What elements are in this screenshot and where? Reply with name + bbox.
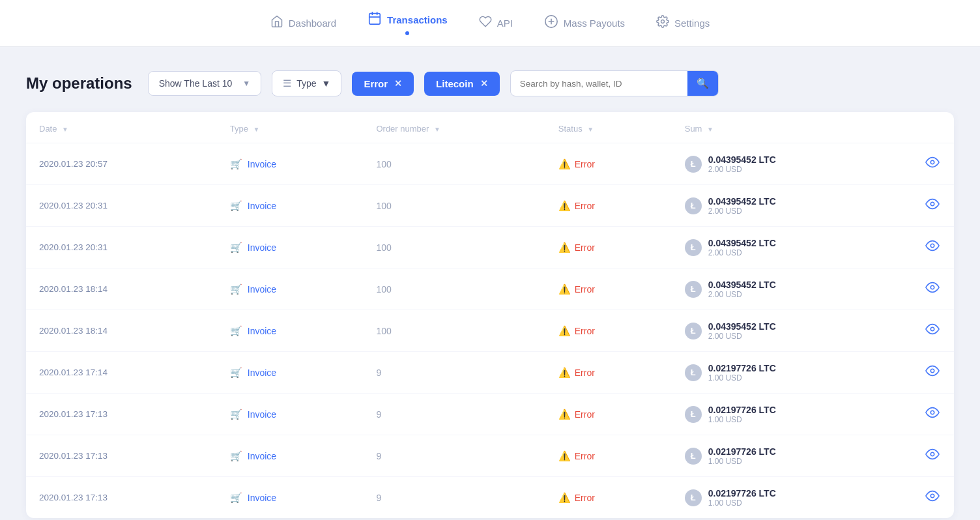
table-row: 2020.01.23 17:14 🛒 Invoice 9 ⚠️ Error Ł … bbox=[26, 352, 954, 394]
litecoin-filter-tag[interactable]: Litecoin ✕ bbox=[424, 72, 500, 96]
nav-label-api: API bbox=[497, 18, 513, 29]
col-header-date[interactable]: Date ▼ bbox=[26, 112, 217, 143]
col-header-order[interactable]: Order number ▼ bbox=[363, 112, 545, 143]
nav-label-settings: Settings bbox=[674, 18, 710, 29]
view-details-button[interactable] bbox=[921, 446, 944, 466]
ltc-coin-icon: Ł bbox=[685, 239, 702, 256]
cell-date: 2020.01.23 17:13 bbox=[26, 435, 217, 477]
ltc-coin-icon: Ł bbox=[685, 323, 702, 339]
cart-icon: 🛒 bbox=[230, 409, 242, 420]
cell-order: 100 bbox=[363, 185, 545, 227]
cell-sum: Ł 0.02197726 LTC 1.00 USD bbox=[672, 352, 908, 394]
cell-order: 9 bbox=[363, 477, 545, 519]
cell-type: 🛒 Invoice bbox=[217, 352, 364, 394]
sort-icon-sum: ▼ bbox=[707, 126, 713, 133]
error-tag-label: Error bbox=[364, 78, 388, 89]
show-last-dropdown[interactable]: Show The Last 10 ▼ bbox=[148, 71, 262, 96]
sort-icon-order: ▼ bbox=[434, 126, 440, 133]
error-tag-close-icon[interactable]: ✕ bbox=[394, 78, 402, 89]
error-triangle-icon: ⚠️ bbox=[558, 158, 571, 170]
cart-icon: 🛒 bbox=[230, 492, 242, 504]
sum-usd-value: 2.00 USD bbox=[708, 290, 776, 299]
cell-actions bbox=[908, 143, 954, 185]
cell-sum: Ł 0.04395452 LTC 2.00 USD bbox=[672, 268, 908, 310]
nav-item-dashboard[interactable]: Dashboard bbox=[270, 15, 336, 31]
col-header-status[interactable]: Status ▼ bbox=[545, 112, 672, 143]
sum-ltc-value: 0.02197726 LTC bbox=[708, 405, 776, 415]
cell-actions bbox=[908, 435, 954, 477]
litecoin-tag-close-icon[interactable]: ✕ bbox=[480, 78, 488, 89]
list-icon: ☰ bbox=[283, 78, 291, 89]
view-details-button[interactable] bbox=[921, 237, 944, 257]
cell-order: 9 bbox=[363, 394, 545, 435]
cell-status: ⚠️ Error bbox=[545, 268, 672, 310]
cell-date: 2020.01.23 20:31 bbox=[26, 185, 217, 227]
cell-sum: Ł 0.04395452 LTC 2.00 USD bbox=[672, 143, 908, 185]
ltc-coin-icon: Ł bbox=[685, 281, 702, 298]
sum-ltc-value: 0.04395452 LTC bbox=[708, 238, 776, 248]
col-header-sum[interactable]: Sum ▼ bbox=[672, 112, 908, 143]
type-filter-dropdown[interactable]: ☰ Type ▼ bbox=[272, 70, 341, 96]
error-triangle-icon: ⚠️ bbox=[558, 409, 571, 420]
sum-usd-value: 2.00 USD bbox=[708, 332, 776, 341]
home-icon bbox=[270, 15, 283, 31]
cell-status: ⚠️ Error bbox=[545, 185, 672, 227]
sum-usd-value: 1.00 USD bbox=[708, 498, 776, 508]
table-row: 2020.01.23 20:31 🛒 Invoice 100 ⚠️ Error … bbox=[26, 185, 954, 227]
litecoin-tag-label: Litecoin bbox=[436, 78, 474, 89]
cell-date: 2020.01.23 17:14 bbox=[26, 352, 217, 394]
view-details-button[interactable] bbox=[921, 362, 944, 383]
sort-icon-date: ▼ bbox=[62, 126, 68, 133]
table-row: 2020.01.23 20:57 🛒 Invoice 100 ⚠️ Error … bbox=[26, 143, 954, 185]
cell-sum: Ł 0.04395452 LTC 2.00 USD bbox=[672, 310, 908, 352]
cell-date: 2020.01.23 17:13 bbox=[26, 477, 217, 519]
settings-icon bbox=[656, 15, 669, 31]
sum-usd-value: 1.00 USD bbox=[708, 373, 776, 383]
table-row: 2020.01.23 17:13 🛒 Invoice 9 ⚠️ Error Ł … bbox=[26, 394, 954, 435]
search-input[interactable] bbox=[511, 72, 687, 95]
sum-ltc-value: 0.04395452 LTC bbox=[708, 321, 776, 332]
sum-ltc-value: 0.02197726 LTC bbox=[708, 488, 776, 498]
nav-item-transactions[interactable]: Transactions bbox=[368, 11, 448, 35]
view-details-button[interactable] bbox=[921, 279, 944, 299]
cell-status: ⚠️ Error bbox=[545, 310, 672, 352]
cart-icon: 🛒 bbox=[230, 158, 242, 170]
cell-actions bbox=[908, 268, 954, 310]
view-details-button[interactable] bbox=[921, 404, 944, 424]
search-button[interactable]: 🔍 bbox=[687, 71, 718, 96]
cell-type: 🛒 Invoice bbox=[217, 394, 364, 435]
nav-item-api[interactable]: API bbox=[479, 15, 513, 31]
view-details-button[interactable] bbox=[921, 321, 944, 341]
svg-point-14 bbox=[930, 411, 934, 414]
cell-order: 9 bbox=[363, 352, 545, 394]
active-indicator bbox=[405, 31, 409, 35]
sum-ltc-value: 0.04395452 LTC bbox=[708, 280, 776, 290]
cell-sum: Ł 0.04395452 LTC 2.00 USD bbox=[672, 185, 908, 227]
svg-point-11 bbox=[930, 285, 934, 289]
nav-item-settings[interactable]: Settings bbox=[656, 15, 710, 31]
error-filter-tag[interactable]: Error ✕ bbox=[352, 72, 414, 96]
view-details-button[interactable] bbox=[921, 195, 944, 216]
sum-usd-value: 1.00 USD bbox=[708, 415, 776, 424]
sum-usd-value: 2.00 USD bbox=[708, 207, 776, 216]
view-details-button[interactable] bbox=[921, 487, 944, 508]
ltc-coin-icon: Ł bbox=[685, 489, 702, 506]
main-nav: Dashboard Transactions API bbox=[0, 0, 980, 47]
sort-icon-status: ▼ bbox=[587, 126, 594, 133]
cell-actions bbox=[908, 477, 954, 519]
nav-item-mass-payouts[interactable]: Mass Payouts bbox=[544, 14, 625, 32]
cell-status: ⚠️ Error bbox=[545, 227, 672, 268]
cell-actions bbox=[908, 227, 954, 268]
sum-usd-value: 2.00 USD bbox=[708, 165, 776, 174]
table-row: 2020.01.23 18:14 🛒 Invoice 100 ⚠️ Error … bbox=[26, 268, 954, 310]
error-triangle-icon: ⚠️ bbox=[558, 450, 571, 462]
sum-usd-value: 2.00 USD bbox=[708, 248, 776, 257]
view-details-button[interactable] bbox=[921, 154, 944, 174]
svg-point-10 bbox=[930, 244, 934, 248]
table-header-row: Date ▼ Type ▼ Order number ▼ Status ▼ bbox=[26, 112, 954, 143]
col-header-type[interactable]: Type ▼ bbox=[217, 112, 364, 143]
cell-order: 100 bbox=[363, 227, 545, 268]
main-content: My operations Show The Last 10 ▼ ☰ Type … bbox=[0, 47, 980, 520]
cell-order: 9 bbox=[363, 435, 545, 477]
cell-actions bbox=[908, 185, 954, 227]
